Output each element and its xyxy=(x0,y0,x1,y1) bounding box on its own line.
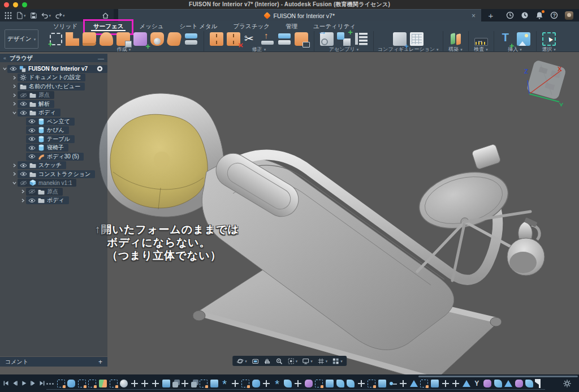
tree-row[interactable]: テーブル xyxy=(0,135,107,143)
ribbon-group-label[interactable]: 作成▾ xyxy=(117,47,131,52)
timeline-sketch-feature[interactable] xyxy=(420,380,428,387)
reverse-normal-icon[interactable] xyxy=(278,32,291,46)
timeline-construct-feature[interactable] xyxy=(99,380,107,387)
timeline-body-feature[interactable] xyxy=(326,380,334,387)
extend-icon[interactable] xyxy=(261,32,274,46)
zoom-icon[interactable] xyxy=(275,357,283,365)
timeline-sketch-feature[interactable] xyxy=(88,380,96,387)
configuration-icon[interactable] xyxy=(393,32,407,46)
tree-item[interactable]: コンストラクション xyxy=(18,170,95,178)
tree-row[interactable]: ボディ xyxy=(0,109,107,117)
timeline-body-feature[interactable] xyxy=(162,380,170,387)
minimize-panel-icon[interactable]: — xyxy=(98,55,104,62)
timeline-purple-feature[interactable] xyxy=(515,380,523,387)
workspace-switcher[interactable]: デザイン ▾ xyxy=(5,29,38,49)
tree-item[interactable]: ペン立て xyxy=(26,118,75,126)
timeline-form-feature[interactable] xyxy=(252,380,260,387)
timeline-move-feature[interactable] xyxy=(131,380,139,387)
ribbon-group-label[interactable]: 選択▾ xyxy=(542,47,556,52)
timeline-move-feature[interactable] xyxy=(442,380,450,387)
timeline-branch-feature[interactable] xyxy=(473,380,481,387)
timeline-move-feature[interactable] xyxy=(152,380,159,387)
timeline-snow-feature[interactable] xyxy=(221,380,228,387)
ribbon-group-label[interactable]: アセンブリ▾ xyxy=(329,47,359,52)
timeline-purple-feature[interactable] xyxy=(305,380,313,387)
tree-row[interactable]: ペン立て xyxy=(0,117,107,126)
recent-icon[interactable] xyxy=(521,11,529,19)
undo-icon[interactable]: ▾ xyxy=(41,12,51,19)
tree-item[interactable]: 原点 xyxy=(18,91,54,99)
maximize-window-button[interactable] xyxy=(22,2,27,7)
component-activate-radio[interactable] xyxy=(97,66,103,72)
visibility-eye-icon[interactable] xyxy=(28,145,36,150)
timeline-body-feature[interactable] xyxy=(210,380,218,387)
timeline-copy-feature[interactable] xyxy=(172,382,178,387)
orbit-icon[interactable]: ▾ xyxy=(236,357,247,365)
timeline-scrollbar[interactable] xyxy=(418,376,578,377)
viewports-icon[interactable]: ▾ xyxy=(332,357,343,365)
tree-row[interactable]: コンストラクション xyxy=(0,170,107,178)
visibility-eye-icon[interactable] xyxy=(28,128,36,133)
tree-item[interactable]: ボディ xyxy=(18,109,61,117)
chevron-right-icon[interactable] xyxy=(11,84,18,88)
add-comment-button[interactable]: + xyxy=(98,358,102,366)
select-cursor-icon[interactable] xyxy=(542,32,556,46)
grid-icon[interactable]: ▾ xyxy=(317,357,328,365)
timeline-settings-gear-icon[interactable] xyxy=(563,380,571,390)
loft-icon[interactable] xyxy=(100,32,113,46)
help-icon[interactable]: ? xyxy=(550,11,558,19)
timeline-sketch-feature[interactable] xyxy=(78,380,86,387)
extrude-icon[interactable] xyxy=(66,32,79,46)
sweep-icon[interactable] xyxy=(116,32,130,46)
notifications-icon[interactable] xyxy=(535,11,543,19)
timeline-purple-feature[interactable] xyxy=(483,380,491,387)
tree-row[interactable]: FUISON for Interior v7 xyxy=(0,64,107,73)
trim-icon[interactable] xyxy=(244,32,257,46)
tree-item[interactable]: ドキュメントの設定 xyxy=(18,74,85,81)
chevron-right-icon[interactable] xyxy=(11,163,18,167)
ribbon-tab-管理[interactable]: 管理 xyxy=(278,21,305,32)
view-cube[interactable]: Z X Y xyxy=(520,55,573,106)
ribbon-tab-ソリッド[interactable]: ソリッド xyxy=(45,21,85,32)
minimize-window-button[interactable] xyxy=(13,2,18,7)
timeline-dots-feature[interactable] xyxy=(46,380,54,387)
home-icon[interactable] xyxy=(102,12,109,19)
tree-row[interactable]: 名前の付いたビュー xyxy=(0,82,107,91)
file-icon[interactable]: ▾ xyxy=(16,12,26,19)
chevron-right-icon[interactable] xyxy=(11,93,18,97)
ribbon-tab-プラスチック[interactable]: プラスチック xyxy=(226,21,278,32)
timeline-patch-feature[interactable] xyxy=(336,380,344,387)
close-tab-icon[interactable]: × xyxy=(472,12,476,20)
visibility-eye-icon[interactable] xyxy=(28,198,36,203)
ribbon-tab-サーフェス[interactable]: サーフェス xyxy=(85,21,131,32)
joint-icon[interactable] xyxy=(354,32,368,46)
canvas-icon[interactable] xyxy=(517,32,530,46)
timeline-loft-feature[interactable] xyxy=(504,380,512,387)
timeline-move-feature[interactable] xyxy=(141,380,149,387)
timeline-sketch-feature[interactable] xyxy=(241,380,249,387)
ribbon-group-label[interactable]: 検査▾ xyxy=(474,47,488,52)
ruled-icon[interactable] xyxy=(166,32,182,46)
timeline-body-feature[interactable] xyxy=(378,380,386,387)
redo-icon[interactable]: ▾ xyxy=(55,12,65,19)
apps-grid-icon[interactable] xyxy=(5,12,12,19)
insert-derive-icon[interactable] xyxy=(320,32,334,46)
tree-item[interactable]: テーブル xyxy=(26,135,75,143)
timeline-move-feature[interactable] xyxy=(452,380,460,387)
visibility-eye-icon[interactable] xyxy=(28,119,36,124)
tree-row[interactable]: ドキュメントの設定 xyxy=(0,74,107,82)
timeline-snow-feature[interactable] xyxy=(273,380,281,387)
ribbon-tab-メッシュ[interactable]: メッシュ xyxy=(131,21,171,32)
timeline-patch-feature[interactable] xyxy=(284,380,292,387)
ribbon-tab-シート メタル[interactable]: シート メタル xyxy=(171,21,225,32)
unstitch-icon[interactable] xyxy=(227,32,240,46)
timeline-move-feature[interactable] xyxy=(357,380,365,387)
chevron-right-icon[interactable] xyxy=(19,199,26,203)
tree-row[interactable]: 解析 xyxy=(0,100,107,108)
visibility-eye-icon[interactable] xyxy=(20,171,27,176)
timeline-patch-feature[interactable] xyxy=(494,380,502,387)
timeline-move-feature[interactable] xyxy=(181,380,189,387)
timeline-patch-feature[interactable] xyxy=(347,380,355,387)
visibility-eye-icon[interactable] xyxy=(28,136,36,141)
timeline-sketch-feature[interactable] xyxy=(110,380,118,387)
